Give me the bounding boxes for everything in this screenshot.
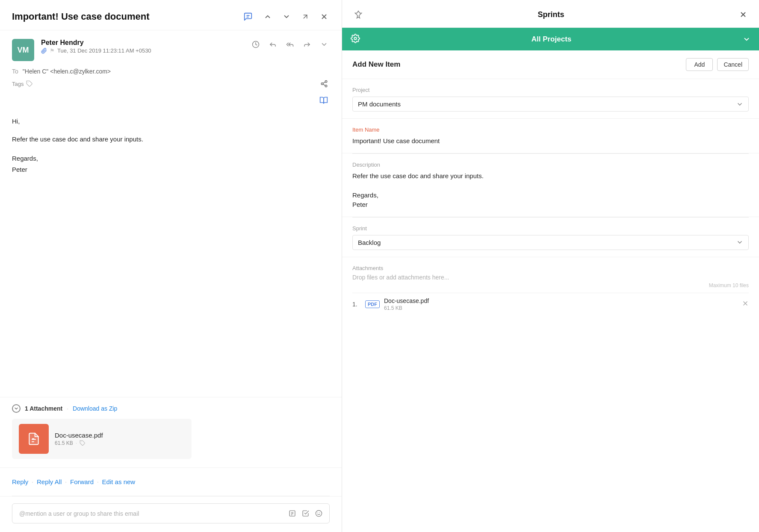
task-icon-button[interactable] — [302, 510, 309, 517]
remind-button[interactable] — [250, 39, 261, 50]
reply-input-icons — [289, 510, 322, 517]
item-name-section: Item Name Important! Use case document — [342, 119, 759, 153]
chevron-down-icon — [743, 35, 750, 43]
project-section: Project PM documents — [342, 79, 759, 119]
attachment-size: 61.5 KB · — [55, 440, 103, 446]
attachment-name: Doc-usecase.pdf — [55, 432, 103, 439]
forward-button[interactable]: Forward — [70, 475, 94, 489]
share-button[interactable] — [319, 78, 330, 89]
sender-date-text: Tue, 31 Dec 2019 11:23:11 AM +0530 — [57, 47, 151, 54]
meta-action-icons — [250, 39, 330, 50]
panel-title: Sprints — [364, 10, 738, 19]
body-greeting: Hi, — [12, 116, 330, 127]
attachment-index: 1. — [352, 301, 361, 308]
all-projects-bar[interactable]: All Projects — [342, 28, 759, 50]
svg-point-19 — [316, 510, 322, 516]
add-cancel-buttons: Add Cancel — [686, 58, 749, 71]
sprints-panel: Sprints All Projects Add New Item Add Ca… — [342, 0, 759, 532]
pin-icon — [354, 10, 363, 19]
attachment-header: 1 Attachment · Download as Zip — [12, 404, 330, 413]
remove-attachment-button[interactable] — [742, 300, 749, 309]
settings-gear-button[interactable] — [351, 34, 360, 44]
tags-label: Tags — [12, 81, 24, 87]
prev-email-button[interactable] — [262, 11, 273, 22]
reply-box-section: @mention a user or group to share this e… — [0, 496, 342, 532]
description-value: Refer the use case doc and share your in… — [352, 171, 749, 210]
sprint-dropdown[interactable]: Backlog — [352, 235, 749, 250]
email-body: Hi, Refer the use case doc and share you… — [0, 109, 342, 397]
max-files-text: Maximum 10 files — [352, 282, 749, 288]
project-value: PM documents — [358, 100, 401, 108]
add-item-button[interactable]: Add — [686, 58, 713, 71]
reply-all-icon-button[interactable] — [284, 39, 295, 50]
reading-mode-button[interactable] — [318, 94, 330, 106]
description-section: Description Refer the use case doc and s… — [342, 154, 759, 217]
book-icon — [319, 96, 328, 105]
chat-icon-button[interactable] — [242, 10, 254, 23]
pdf-badge: PDF — [365, 300, 380, 308]
close-email-button[interactable] — [319, 11, 330, 22]
email-panel: Important! Use case document — [0, 0, 342, 532]
to-address: "Helen C" <helen.c@zylker.com> — [23, 68, 111, 75]
body-name: Peter — [12, 164, 330, 175]
note-icon-button[interactable] — [289, 510, 296, 517]
emoji-icon-button[interactable] — [315, 510, 322, 517]
svg-point-24 — [354, 37, 357, 40]
sprint-value: Backlog — [358, 239, 381, 246]
forward-icon-button[interactable] — [301, 39, 313, 50]
body-content: Refer the use case doc and share your in… — [12, 134, 330, 145]
pin-icon-button[interactable] — [352, 9, 364, 21]
mention-input-wrapper[interactable]: @mention a user or group to share this e… — [12, 503, 330, 523]
avatar: VM — [12, 39, 34, 61]
sprint-label: Sprint — [352, 225, 749, 232]
pdf-icon — [19, 424, 49, 454]
attachment-section: 1 Attachment · Download as Zip Doc-useca… — [0, 397, 342, 467]
attachment-list-item: 1. PDF Doc-usecase.pdf 61.5 KB — [352, 293, 749, 315]
sender-date: ⚑ Tue, 31 Dec 2019 11:23:11 AM +0530 — [41, 47, 243, 54]
email-header-icons — [242, 10, 330, 23]
gear-icon — [351, 34, 360, 43]
flag-icon: ⚑ — [50, 47, 55, 54]
item-name-label: Item Name — [352, 126, 749, 133]
right-attachment-size: 61.5 KB — [384, 305, 429, 311]
reply-button[interactable]: Reply — [12, 475, 28, 489]
edit-as-new-button[interactable]: Edit as new — [102, 475, 136, 489]
email-meta: VM Peter Hendry ⚑ Tue, 31 Dec 2019 11:23… — [0, 30, 342, 66]
project-label: Project — [352, 87, 749, 93]
close-sprints-button[interactable] — [738, 9, 749, 20]
sprints-content: Add New Item Add Cancel Project PM docum… — [342, 50, 759, 532]
add-new-item-row: Add New Item Add Cancel — [342, 50, 759, 79]
chevron-down-icon — [736, 101, 743, 108]
attachment-item-left: 1. PDF Doc-usecase.pdf 61.5 KB — [352, 297, 429, 311]
email-to-row: To "Helen C" <helen.c@zylker.com> — [0, 66, 342, 76]
reply-icon-button[interactable] — [267, 39, 278, 50]
expand-button[interactable] — [300, 11, 311, 22]
tag-icon-attachment — [80, 440, 86, 446]
email-tags-row: Tags — [0, 76, 342, 94]
share-icon-area — [319, 78, 330, 89]
item-name-value: Important! Use case document — [352, 136, 749, 146]
expand-attachment-icon[interactable] — [12, 404, 21, 413]
svg-line-10 — [323, 84, 325, 85]
drop-zone[interactable]: Drop files or add attachments here... — [352, 274, 749, 281]
attachments-label: Attachments — [352, 265, 749, 271]
email-action-row: Reply · Reply All · Forward · Edit as ne… — [0, 467, 342, 496]
description-label: Description — [352, 162, 749, 168]
chevron-down-icon — [736, 239, 743, 246]
to-label: To — [12, 68, 18, 75]
svg-line-11 — [323, 82, 325, 83]
reading-icon-row — [0, 94, 342, 109]
project-dropdown[interactable]: PM documents — [352, 97, 749, 112]
cancel-item-button[interactable]: Cancel — [717, 58, 749, 71]
reply-all-button[interactable]: Reply All — [37, 475, 62, 489]
email-title: Important! Use case document — [12, 11, 150, 22]
email-header: Important! Use case document — [0, 0, 342, 30]
more-options-button[interactable] — [319, 39, 330, 50]
sender-name: Peter Hendry — [41, 39, 243, 47]
all-projects-label: All Projects — [532, 35, 572, 44]
green-bar-content — [351, 34, 360, 44]
attachment-count: 1 Attachment — [25, 405, 62, 412]
next-email-button[interactable] — [281, 11, 292, 22]
close-icon — [739, 11, 747, 18]
download-zip-link[interactable]: Download as Zip — [73, 405, 117, 412]
